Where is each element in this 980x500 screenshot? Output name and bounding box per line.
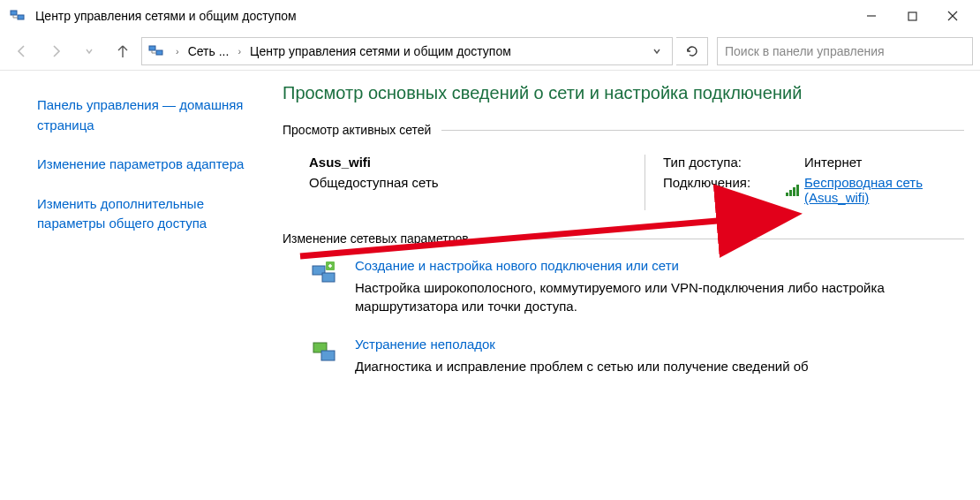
address-dropdown[interactable]: [647, 44, 667, 58]
network-name: Asus_wifi: [309, 155, 645, 170]
address-bar[interactable]: › Сеть ... › Центр управления сетями и о…: [141, 37, 673, 65]
task-new-connection: Создание и настройка нового подключения …: [309, 258, 964, 315]
main-content: Просмотр основных сведений о сети и наст…: [274, 71, 980, 500]
troubleshoot-link[interactable]: Устранение неполадок: [355, 337, 809, 352]
access-type-value: Интернет: [804, 155, 862, 170]
chevron-right-icon[interactable]: ›: [170, 46, 185, 57]
titlebar: Центр управления сетями и общим доступом: [0, 0, 980, 32]
svg-rect-1: [18, 15, 24, 19]
svg-rect-3: [908, 12, 916, 20]
breadcrumb-segment[interactable]: Сеть ...: [186, 42, 231, 60]
network-center-icon: [9, 7, 26, 25]
back-button[interactable]: [7, 37, 37, 65]
wifi-signal-icon: [786, 184, 799, 196]
page-heading: Просмотр основных сведений о сети и наст…: [283, 83, 964, 103]
svg-rect-6: [149, 46, 155, 50]
new-connection-icon: [309, 258, 341, 290]
window-title: Центр управления сетями и общим доступом: [35, 9, 297, 23]
toolbar: › Сеть ... › Центр управления сетями и о…: [0, 32, 980, 71]
forward-button[interactable]: [41, 37, 71, 65]
adapter-settings-link[interactable]: Изменение параметров адаптера: [37, 155, 254, 175]
network-center-icon: [147, 42, 165, 60]
control-panel-home-link[interactable]: Панель управления — домашняя страница: [37, 95, 254, 135]
sidebar: Панель управления — домашняя страница Из…: [0, 71, 274, 500]
new-connection-desc: Настройка широкополосного, коммутируемог…: [355, 278, 920, 315]
svg-rect-9: [322, 273, 335, 282]
up-button[interactable]: [108, 37, 138, 65]
refresh-button[interactable]: [676, 37, 708, 65]
close-button[interactable]: [932, 3, 973, 29]
active-network: Asus_wifi Общедоступная сеть Тип доступа…: [283, 149, 964, 231]
connections-label: Подключения:: [663, 175, 786, 205]
minimize-button[interactable]: [851, 3, 892, 29]
search-input[interactable]: Поиск в панели управления: [717, 37, 973, 65]
network-profile: Общедоступная сеть: [309, 175, 645, 190]
maximize-button[interactable]: [892, 3, 932, 29]
active-networks-header: Просмотр активных сетей: [283, 123, 964, 137]
search-placeholder: Поиск в панели управления: [725, 44, 885, 58]
chevron-right-icon[interactable]: ›: [232, 46, 246, 57]
change-settings-header: Изменение сетевых параметров: [283, 231, 964, 246]
access-type-label: Тип доступа:: [663, 155, 804, 170]
breadcrumb-segment[interactable]: Центр управления сетями и общим доступом: [248, 42, 513, 60]
connection-link[interactable]: Беспроводная сеть (Asus_wifi): [804, 175, 964, 205]
svg-rect-12: [321, 351, 335, 360]
advanced-sharing-link[interactable]: Изменить дополнительные параметры общего…: [37, 194, 254, 234]
recent-dropdown[interactable]: [74, 37, 104, 65]
task-troubleshoot: Устранение неполадок Диагностика и испра…: [309, 337, 964, 375]
svg-rect-7: [156, 50, 162, 55]
troubleshoot-icon: [309, 337, 341, 368]
troubleshoot-desc: Диагностика и исправление проблем с сеть…: [355, 357, 809, 375]
svg-rect-0: [11, 11, 17, 15]
new-connection-link[interactable]: Создание и настройка нового подключения …: [355, 258, 920, 273]
